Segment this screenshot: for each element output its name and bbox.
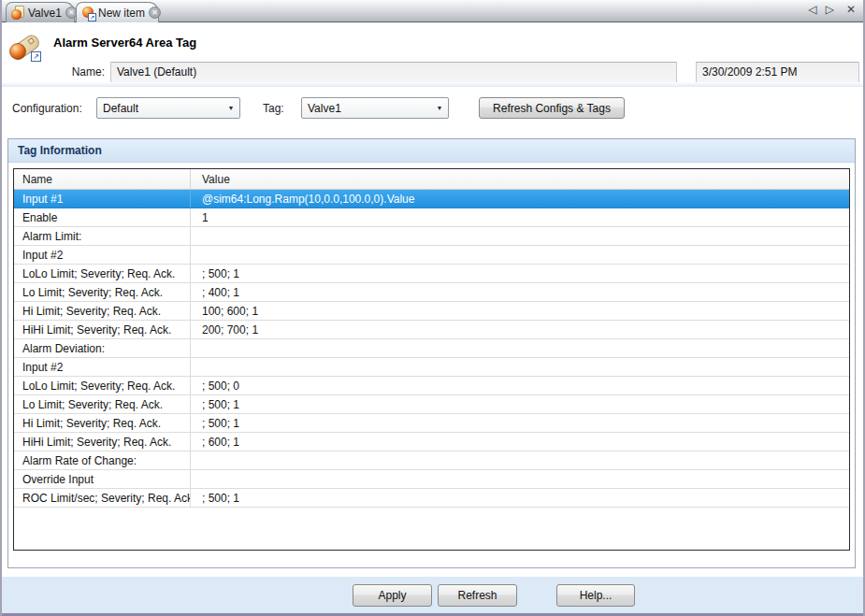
row-value-cell: ; 500; 1 <box>191 265 849 282</box>
row-name-cell: Hi Limit; Severity; Req. Ack. <box>14 302 191 320</box>
row-value-cell <box>191 246 849 264</box>
footer-bar: Apply Refresh Help... <box>0 577 865 613</box>
tag-information-groupbox: Tag Information Name Value Input #1 @sim… <box>7 138 856 568</box>
tag-table-body: Input #1 @sim64:Long.Ramp(10,0.0,100.0,0… <box>14 190 849 508</box>
alarm-server-tag-icon: ↗ <box>7 32 43 64</box>
configuration-dropdown-value: Default <box>97 102 223 115</box>
row-name-cell: ROC Limit/sec; Severity; Req. Ack. <box>14 489 191 507</box>
chevron-down-icon: ▼ <box>223 105 239 111</box>
help-button[interactable]: Help... <box>556 584 635 607</box>
table-row[interactable]: Input #1 @sim64:Long.Ramp(10,0.0,100.0,0… <box>14 190 849 208</box>
row-name-cell: Alarm Rate of Change: <box>14 451 191 469</box>
tag-information-table: Name Value Input #1 @sim64:Long.Ramp(10,… <box>13 168 850 551</box>
table-row[interactable]: HiHi Limit; Severity; Req. Ack. ; 600; 1 <box>14 433 849 451</box>
table-row[interactable]: Lo Limit; Severity; Req. Ack. ; 400; 1 <box>14 283 849 302</box>
row-name-cell: Override Input <box>14 470 191 488</box>
row-name-cell: Enable <box>14 208 191 226</box>
row-value-cell <box>191 227 849 245</box>
row-value-cell: ; 500; 1 <box>191 414 849 432</box>
alarm-server-tag-window: Valve1 ✕ ↗ New item ✕ ◁ ▷ ✕ <box>0 0 865 616</box>
row-value-cell: ; 500; 1 <box>191 489 849 507</box>
tag-dropdown-value: Valve1 <box>302 102 431 115</box>
column-header-name[interactable]: Name <box>14 169 191 189</box>
row-value-cell: @sim64:Long.Ramp(10,0.0,100.0,0).Value <box>191 190 849 208</box>
configuration-dropdown[interactable]: Default ▼ <box>96 97 240 119</box>
row-name-cell: Alarm Deviation: <box>14 339 191 357</box>
tag-dropdown[interactable]: Valve1 ▼ <box>301 97 449 119</box>
row-name-cell: Input #2 <box>14 246 191 264</box>
row-name-cell: Input #1 <box>14 190 191 208</box>
close-icon[interactable]: ✕ <box>846 4 856 15</box>
column-header-value[interactable]: Value <box>191 169 849 189</box>
row-value-cell: ; 400; 1 <box>191 283 849 301</box>
tab-label: New item <box>98 7 145 20</box>
table-row[interactable]: Hi Limit; Severity; Req. Ack. ; 500; 1 <box>14 414 849 433</box>
table-row[interactable]: ROC Limit/sec; Severity; Req. Ack. ; 500… <box>14 489 849 508</box>
table-row[interactable]: Input #2 <box>14 358 849 377</box>
document-tab-bar: Valve1 ✕ ↗ New item ✕ ◁ ▷ ✕ <box>0 0 865 22</box>
row-name-cell: HiHi Limit; Severity; Req. Ack. <box>14 433 191 451</box>
table-row[interactable]: Input #2 <box>14 246 849 265</box>
row-name-cell: HiHi Limit; Severity; Req. Ack. <box>14 321 191 338</box>
row-value-cell <box>191 358 849 376</box>
table-row[interactable]: Alarm Rate of Change: <box>14 451 849 470</box>
row-name-cell: Alarm Limit: <box>14 227 191 245</box>
row-name-cell: Lo Limit; Severity; Req. Ack. <box>14 395 191 413</box>
row-value-cell <box>191 451 849 469</box>
alarm-tag-icon <box>11 6 25 21</box>
nav-forward-icon[interactable]: ▷ <box>826 4 834 15</box>
tag-information-header: Tag Information <box>8 139 855 163</box>
tab-valve1[interactable]: Valve1 ✕ <box>6 2 75 22</box>
chevron-down-icon: ▼ <box>431 105 448 111</box>
tab-navigation: ◁ ▷ ✕ <box>808 4 856 15</box>
refresh-button[interactable]: Refresh <box>438 584 517 607</box>
name-label: Name: <box>56 65 105 79</box>
refresh-configs-tags-button[interactable]: Refresh Configs & Tags <box>479 97 625 119</box>
row-value-cell <box>191 339 849 357</box>
apply-button[interactable]: Apply <box>353 584 432 607</box>
row-value-cell <box>191 470 849 488</box>
table-row[interactable]: Hi Limit; Severity; Req. Ack. 100; 600; … <box>14 302 849 321</box>
nav-back-icon[interactable]: ◁ <box>808 4 816 15</box>
row-name-cell: Input #2 <box>14 358 191 376</box>
row-name-cell: LoLo Limit; Severity; Req. Ack. <box>14 377 191 394</box>
table-row[interactable]: Lo Limit; Severity; Req. Ack. ; 500; 1 <box>14 395 849 414</box>
header-separator <box>2 82 863 87</box>
table-header-row: Name Value <box>14 169 849 190</box>
table-row[interactable]: Override Input <box>14 470 849 489</box>
row-value-cell: ; 500; 0 <box>191 377 849 394</box>
table-row[interactable]: LoLo Limit; Severity; Req. Ack. ; 500; 0 <box>14 377 849 395</box>
row-name-cell: Hi Limit; Severity; Req. Ack. <box>14 414 191 432</box>
table-row[interactable]: LoLo Limit; Severity; Req. Ack. ; 500; 1 <box>14 265 849 283</box>
name-field[interactable]: Valve1 (Default) <box>110 62 677 83</box>
table-row[interactable]: Enable 1 <box>14 208 849 227</box>
row-value-cell: 200; 700; 1 <box>191 321 849 338</box>
table-row[interactable]: HiHi Limit; Severity; Req. Ack. 200; 700… <box>14 321 849 339</box>
tab-new-item[interactable]: ↗ New item ✕ <box>76 2 159 22</box>
tab-close-icon[interactable]: ✕ <box>149 7 161 19</box>
alarm-tag-shortcut-icon: ↗ <box>81 6 95 21</box>
tag-label: Tag: <box>263 102 284 115</box>
row-name-cell: LoLo Limit; Severity; Req. Ack. <box>14 265 191 282</box>
row-name-cell: Lo Limit; Severity; Req. Ack. <box>14 283 191 301</box>
timestamp-field: 3/30/2009 2:51 PM <box>696 62 859 83</box>
row-value-cell: 1 <box>191 208 849 226</box>
row-value-cell: ; 500; 1 <box>191 395 849 413</box>
row-value-cell: 100; 600; 1 <box>191 302 849 320</box>
row-value-cell: ; 600; 1 <box>191 433 849 451</box>
table-row[interactable]: Alarm Deviation: <box>14 339 849 358</box>
table-row[interactable]: Alarm Limit: <box>14 227 849 246</box>
shortcut-arrow-icon: ↗ <box>31 51 41 62</box>
configuration-label: Configuration: <box>12 102 82 115</box>
tab-label: Valve1 <box>28 7 62 20</box>
page-title: Alarm Server64 Area Tag <box>53 36 196 50</box>
